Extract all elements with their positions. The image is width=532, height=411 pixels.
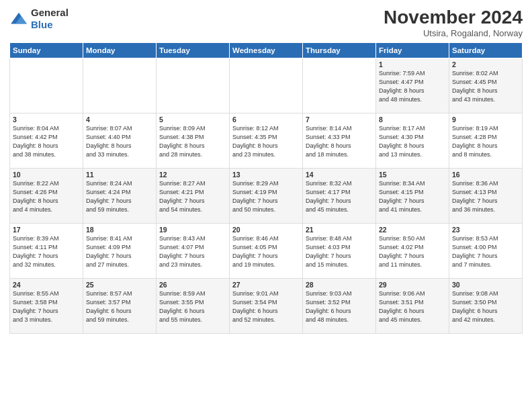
day-number: 12 [159, 171, 226, 179]
calendar-week-3: 17Sunrise: 8:39 AM Sunset: 4:11 PM Dayli… [10, 224, 523, 279]
col-monday: Monday [83, 43, 157, 58]
calendar-cell: 9Sunrise: 8:19 AM Sunset: 4:28 PM Daylig… [449, 113, 523, 169]
calendar-cell: 8Sunrise: 8:17 AM Sunset: 4:30 PM Daylig… [376, 113, 449, 169]
calendar-cell [83, 58, 157, 113]
calendar-cell: 3Sunrise: 8:04 AM Sunset: 4:42 PM Daylig… [10, 113, 83, 169]
calendar-cell: 27Sunrise: 9:01 AM Sunset: 3:54 PM Dayli… [230, 279, 303, 334]
calendar-cell: 23Sunrise: 8:53 AM Sunset: 4:00 PM Dayli… [449, 224, 523, 279]
day-info: Sunrise: 7:59 AM Sunset: 4:47 PM Dayligh… [379, 69, 446, 104]
calendar-cell: 4Sunrise: 8:07 AM Sunset: 4:40 PM Daylig… [83, 113, 157, 169]
day-number: 8 [379, 116, 446, 124]
day-number: 5 [159, 116, 226, 124]
logo-blue: Blue [31, 19, 53, 30]
calendar-cell: 11Sunrise: 8:24 AM Sunset: 4:24 PM Dayli… [83, 169, 157, 224]
calendar-cell: 28Sunrise: 9:03 AM Sunset: 3:52 PM Dayli… [303, 279, 376, 334]
calendar-cell: 2Sunrise: 8:02 AM Sunset: 4:45 PM Daylig… [449, 58, 523, 113]
day-number: 25 [86, 281, 153, 289]
location: Utsira, Rogaland, Norway [384, 28, 523, 38]
day-number: 9 [452, 116, 519, 124]
calendar-header-row: Sunday Monday Tuesday Wednesday Thursday… [10, 43, 523, 58]
calendar-cell: 22Sunrise: 8:50 AM Sunset: 4:02 PM Dayli… [376, 224, 449, 279]
day-number: 2 [452, 60, 519, 68]
logo-general: General [31, 7, 69, 18]
day-info: Sunrise: 8:53 AM Sunset: 4:00 PM Dayligh… [452, 234, 519, 269]
calendar-cell: 7Sunrise: 8:14 AM Sunset: 4:33 PM Daylig… [303, 113, 376, 169]
calendar-cell: 30Sunrise: 9:08 AM Sunset: 3:50 PM Dayli… [449, 279, 523, 334]
calendar-cell: 13Sunrise: 8:29 AM Sunset: 4:19 PM Dayli… [230, 169, 303, 224]
calendar-cell: 5Sunrise: 8:09 AM Sunset: 4:38 PM Daylig… [157, 113, 230, 169]
day-info: Sunrise: 8:39 AM Sunset: 4:11 PM Dayligh… [13, 234, 80, 269]
calendar-cell: 10Sunrise: 8:22 AM Sunset: 4:26 PM Dayli… [10, 169, 83, 224]
day-number: 1 [379, 60, 446, 68]
calendar-cell: 14Sunrise: 8:32 AM Sunset: 4:17 PM Dayli… [303, 169, 376, 224]
day-info: Sunrise: 8:43 AM Sunset: 4:07 PM Dayligh… [159, 234, 226, 269]
day-number: 11 [86, 171, 153, 179]
calendar-cell: 19Sunrise: 8:43 AM Sunset: 4:07 PM Dayli… [157, 224, 230, 279]
logo-icon [9, 11, 28, 26]
calendar-week-2: 10Sunrise: 8:22 AM Sunset: 4:26 PM Dayli… [10, 169, 523, 224]
col-sunday: Sunday [10, 43, 83, 58]
month-year: November 2024 [384, 7, 523, 28]
day-info: Sunrise: 8:29 AM Sunset: 4:19 PM Dayligh… [232, 179, 300, 214]
day-number: 7 [306, 116, 373, 124]
calendar-cell: 25Sunrise: 8:57 AM Sunset: 3:57 PM Dayli… [83, 279, 157, 334]
day-info: Sunrise: 8:19 AM Sunset: 4:28 PM Dayligh… [452, 124, 519, 159]
col-wednesday: Wednesday [230, 43, 303, 58]
day-number: 23 [452, 226, 519, 234]
day-info: Sunrise: 8:57 AM Sunset: 3:57 PM Dayligh… [86, 289, 153, 324]
title-block: November 2024 Utsira, Rogaland, Norway [384, 7, 523, 38]
calendar-cell: 18Sunrise: 8:41 AM Sunset: 4:09 PM Dayli… [83, 224, 157, 279]
calendar-cell: 15Sunrise: 8:34 AM Sunset: 4:15 PM Dayli… [376, 169, 449, 224]
day-info: Sunrise: 8:04 AM Sunset: 4:42 PM Dayligh… [13, 124, 80, 159]
day-info: Sunrise: 8:59 AM Sunset: 3:55 PM Dayligh… [159, 289, 226, 324]
day-number: 26 [159, 281, 226, 289]
day-number: 10 [13, 171, 80, 179]
day-number: 29 [379, 281, 446, 289]
calendar-cell [157, 58, 230, 113]
calendar-cell [230, 58, 303, 113]
day-info: Sunrise: 8:07 AM Sunset: 4:40 PM Dayligh… [86, 124, 153, 159]
calendar-week-0: 1Sunrise: 7:59 AM Sunset: 4:47 PM Daylig… [10, 58, 523, 113]
day-number: 15 [379, 171, 446, 179]
calendar-cell [303, 58, 376, 113]
calendar-cell: 29Sunrise: 9:06 AM Sunset: 3:51 PM Dayli… [376, 279, 449, 334]
col-saturday: Saturday [449, 43, 523, 58]
day-info: Sunrise: 8:34 AM Sunset: 4:15 PM Dayligh… [379, 179, 446, 214]
day-info: Sunrise: 8:09 AM Sunset: 4:38 PM Dayligh… [159, 124, 226, 159]
day-number: 19 [159, 226, 226, 234]
calendar-week-4: 24Sunrise: 8:55 AM Sunset: 3:58 PM Dayli… [10, 279, 523, 334]
col-friday: Friday [376, 43, 449, 58]
day-number: 28 [306, 281, 373, 289]
calendar-cell: 24Sunrise: 8:55 AM Sunset: 3:58 PM Dayli… [10, 279, 83, 334]
day-number: 30 [452, 281, 519, 289]
day-number: 13 [232, 171, 300, 179]
calendar-cell: 6Sunrise: 8:12 AM Sunset: 4:35 PM Daylig… [230, 113, 303, 169]
day-number: 17 [13, 226, 80, 234]
calendar-cell: 16Sunrise: 8:36 AM Sunset: 4:13 PM Dayli… [449, 169, 523, 224]
day-info: Sunrise: 8:36 AM Sunset: 4:13 PM Dayligh… [452, 179, 519, 214]
logo-text: General Blue [31, 7, 69, 31]
day-info: Sunrise: 8:55 AM Sunset: 3:58 PM Dayligh… [13, 289, 80, 324]
day-info: Sunrise: 8:12 AM Sunset: 4:35 PM Dayligh… [232, 124, 300, 159]
day-number: 14 [306, 171, 373, 179]
day-info: Sunrise: 8:22 AM Sunset: 4:26 PM Dayligh… [13, 179, 80, 214]
day-info: Sunrise: 9:03 AM Sunset: 3:52 PM Dayligh… [306, 289, 373, 324]
day-info: Sunrise: 8:17 AM Sunset: 4:30 PM Dayligh… [379, 124, 446, 159]
calendar-cell [10, 58, 83, 113]
logo: General Blue [9, 7, 69, 31]
calendar-cell: 21Sunrise: 8:48 AM Sunset: 4:03 PM Dayli… [303, 224, 376, 279]
col-thursday: Thursday [303, 43, 376, 58]
calendar-cell: 1Sunrise: 7:59 AM Sunset: 4:47 PM Daylig… [376, 58, 449, 113]
day-info: Sunrise: 8:27 AM Sunset: 4:21 PM Dayligh… [159, 179, 226, 214]
calendar-cell: 20Sunrise: 8:46 AM Sunset: 4:05 PM Dayli… [230, 224, 303, 279]
day-number: 27 [232, 281, 300, 289]
calendar-cell: 17Sunrise: 8:39 AM Sunset: 4:11 PM Dayli… [10, 224, 83, 279]
header: General Blue November 2024 Utsira, Rogal… [9, 7, 523, 38]
day-info: Sunrise: 9:06 AM Sunset: 3:51 PM Dayligh… [379, 289, 446, 324]
day-info: Sunrise: 8:46 AM Sunset: 4:05 PM Dayligh… [232, 234, 300, 269]
day-info: Sunrise: 8:48 AM Sunset: 4:03 PM Dayligh… [306, 234, 373, 269]
page-container: General Blue November 2024 Utsira, Rogal… [0, 0, 532, 339]
day-number: 24 [13, 281, 80, 289]
day-info: Sunrise: 8:32 AM Sunset: 4:17 PM Dayligh… [306, 179, 373, 214]
day-info: Sunrise: 8:41 AM Sunset: 4:09 PM Dayligh… [86, 234, 153, 269]
